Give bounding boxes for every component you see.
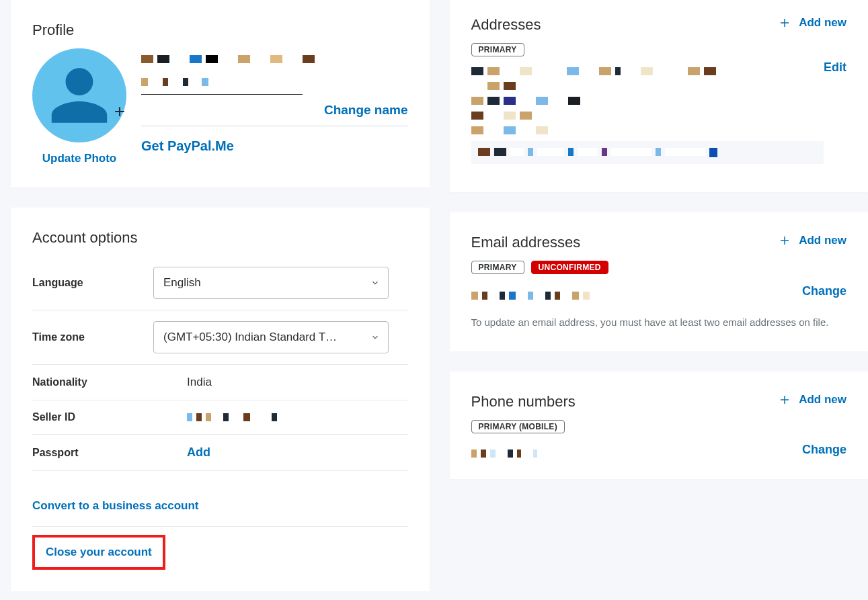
profile-card: Profile + Update Photo [11, 0, 430, 187]
plus-icon [779, 394, 791, 406]
profile-avatar[interactable]: + [32, 48, 126, 142]
get-paypal-me-link[interactable]: Get PayPal.Me [141, 138, 234, 153]
passport-add-link[interactable]: Add [187, 445, 210, 459]
convert-business-link[interactable]: Convert to a business account [32, 486, 408, 527]
phones-card: Phone numbers Add new PRIMARY (MOBILE) C… [450, 372, 869, 479]
emails-card: Email addresses Add new PRIMARY UNCONFIR… [450, 212, 869, 351]
timezone-select[interactable]: (GMT+05:30) Indian Standard T… [153, 321, 389, 353]
phone-primary-badge: PRIMARY (MOBILE) [471, 420, 565, 433]
email-change-link[interactable]: Change [802, 284, 846, 298]
redacted-email [471, 292, 590, 300]
nationality-value: India [153, 376, 408, 389]
nationality-label: Nationality [32, 376, 153, 388]
addresses-heading: Addresses [471, 16, 541, 34]
timezone-value: (GMT+05:30) Indian Standard T… [154, 331, 337, 344]
redacted-address-line-2 [471, 82, 824, 90]
passport-label: Passport [32, 447, 153, 459]
redacted-address-line-5 [471, 126, 824, 134]
redacted-address-line-4 [471, 112, 824, 120]
phone-add-new-link[interactable]: Add new [779, 393, 846, 406]
plus-icon: + [114, 101, 125, 122]
account-options-card: Account options Language English Time zo… [11, 208, 430, 591]
seller-id-label: Seller ID [32, 411, 153, 423]
plus-icon [779, 17, 791, 29]
email-primary-badge: PRIMARY [471, 261, 524, 274]
update-photo-link[interactable]: Update Photo [42, 152, 117, 165]
phone-change-link[interactable]: Change [802, 443, 846, 457]
profile-heading: Profile [32, 22, 408, 39]
change-name-link[interactable]: Change name [324, 103, 408, 118]
email-hint: To update an email address, you must hav… [471, 314, 847, 330]
plus-icon [779, 234, 791, 247]
phones-heading: Phone numbers [471, 393, 576, 411]
redacted-address-line-6 [471, 141, 824, 164]
avatar-icon [46, 62, 113, 129]
timezone-label: Time zone [32, 331, 153, 343]
redacted-address-line-3 [471, 97, 824, 105]
chevron-down-icon [370, 278, 380, 288]
redacted-phone [471, 449, 537, 458]
emails-heading: Email addresses [471, 234, 581, 251]
addresses-card: Addresses Add new PRIMARY Edit [450, 0, 869, 192]
address-add-new-link[interactable]: Add new [779, 16, 846, 30]
account-options-heading: Account options [32, 229, 408, 247]
language-label: Language [32, 277, 153, 289]
redacted-seller-id [153, 413, 408, 421]
language-select[interactable]: English [153, 267, 389, 299]
language-value: English [154, 276, 201, 290]
email-unconfirmed-badge: UNCONFIRMED [531, 261, 608, 274]
redacted-name-line-1 [141, 55, 408, 63]
address-edit-link[interactable]: Edit [824, 60, 846, 75]
close-account-link[interactable]: Close your account [32, 535, 165, 570]
chevron-down-icon [370, 333, 380, 342]
redacted-address-line-1 [471, 67, 824, 75]
redacted-name-line-2 [141, 78, 208, 86]
address-primary-badge: PRIMARY [471, 43, 524, 56]
email-add-new-link[interactable]: Add new [779, 234, 846, 247]
